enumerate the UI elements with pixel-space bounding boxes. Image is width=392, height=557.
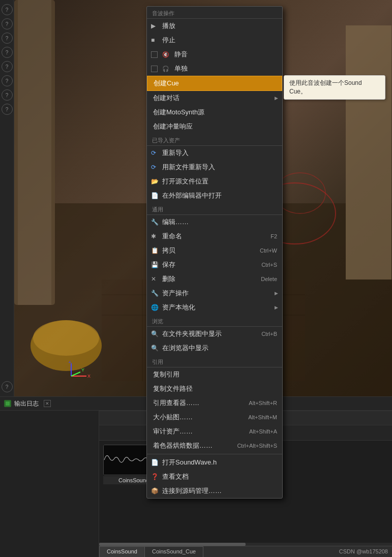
localize-icon: 🌐 xyxy=(151,304,159,311)
svg-text:X: X xyxy=(87,374,91,379)
svg-rect-21 xyxy=(6,401,10,406)
menu-item-source-control-label: 连接到源码管理…… xyxy=(162,486,222,496)
menu-section-general: 通用 xyxy=(147,204,282,215)
sidebar-icon-1[interactable]: ? xyxy=(2,4,13,15)
play-icon: ▶ xyxy=(151,22,156,29)
browser-icon: 🔍 xyxy=(151,345,159,352)
menu-item-create-dialog[interactable]: 创建对话 xyxy=(147,91,282,105)
output-log-label: 输出日志 xyxy=(14,399,39,408)
stop-icon: ■ xyxy=(151,37,155,44)
menu-item-delete-label: 删除 xyxy=(162,274,175,284)
menu-item-save-label: 保存 xyxy=(162,260,175,269)
menu-section-audio-ops: 音波操作 xyxy=(147,8,282,19)
menu-item-ref-viewer[interactable]: 引用查看器…… Alt+Shift+R xyxy=(147,396,282,410)
folder-view-icon: 🔍 xyxy=(151,330,159,337)
file-tab-coinssound-cue[interactable]: CoinsSound_Cue xyxy=(145,546,203,557)
reimport-new-icon: ⟳ xyxy=(151,164,156,171)
output-log-icon xyxy=(4,400,11,407)
output-log-close[interactable]: ✕ xyxy=(44,400,51,407)
context-menu: 音波操作 ▶ 播放 ■ 停止 🔇 静音 🎧 单独 创建Cue 创建对话 创建Mo… xyxy=(146,6,283,499)
menu-item-create-motosynth[interactable]: 创建MotoSynth源 xyxy=(147,105,282,119)
menu-item-open-soundwave[interactable]: 📄 打开SoundWave.h xyxy=(147,455,282,470)
menu-item-open-external-label: 在外部编辑器中打开 xyxy=(162,191,222,200)
menu-item-create-impulse-label: 创建冲量响应 xyxy=(153,122,193,131)
asset-ops-icon: 🔧 xyxy=(151,290,159,297)
menu-item-view-docs[interactable]: ❓ 查看文档 xyxy=(147,470,282,484)
svg-line-19 xyxy=(71,372,80,376)
menu-item-create-motosynth-label: 创建MotoSynth源 xyxy=(153,108,204,117)
left-sidebar: ? ? ? ? ? ? ? ? ? xyxy=(0,0,14,396)
menu-item-open-external[interactable]: 📄 在外部编辑器中打开 xyxy=(147,189,282,203)
menu-item-copy[interactable]: 📋 拷贝 Ctrl+W xyxy=(147,243,282,258)
menu-item-play-label: 播放 xyxy=(162,21,175,30)
menu-item-open-source-location[interactable]: 📂 打开源文件位置 xyxy=(147,174,282,189)
audit-shortcut: Alt+Shift+A xyxy=(249,428,277,435)
mute-checkbox xyxy=(151,51,158,58)
menu-item-reimport-new[interactable]: ⟳ 用新文件重新导入 xyxy=(147,160,282,174)
menu-item-size-map-label: 大小贴图…… xyxy=(153,413,193,422)
tooltip: 使用此音波创建一个Sound Cue。 xyxy=(284,75,385,100)
delete-icon: ✕ xyxy=(151,275,156,283)
menu-item-show-in-folder[interactable]: 🔍 在文件夹视图中显示 Ctrl+B xyxy=(147,327,282,341)
menu-item-solo[interactable]: 🎧 单独 xyxy=(147,61,282,76)
menu-item-create-impulse[interactable]: 创建冲量响应 xyxy=(147,119,282,134)
solo-checkbox xyxy=(151,66,158,72)
folder-icon: 📂 xyxy=(151,178,159,185)
menu-item-reimport-label: 重新导入 xyxy=(162,148,189,158)
solo-icon: 🎧 xyxy=(162,66,169,72)
menu-item-rename[interactable]: ✱ 重命名 F2 xyxy=(147,229,282,243)
menu-item-asset-ops[interactable]: 🔧 资产操作 xyxy=(147,286,282,300)
menu-item-mute-label: 静音 xyxy=(174,50,188,59)
menu-item-edit[interactable]: 🔧 编辑…… xyxy=(147,215,282,229)
sidebar-icon-2[interactable]: ? xyxy=(2,18,13,29)
menu-item-save[interactable]: 💾 保存 Ctrl+S xyxy=(147,258,282,272)
size-map-shortcut: Alt+Shift+M xyxy=(248,414,277,420)
svg-rect-2 xyxy=(18,0,51,305)
menu-item-copy-label: 拷贝 xyxy=(162,246,175,255)
menu-item-play[interactable]: ▶ 播放 xyxy=(147,19,282,33)
menu-item-reimport-new-label: 用新文件重新导入 xyxy=(162,163,215,172)
sidebar-icon-4[interactable]: ? xyxy=(2,47,13,58)
menu-item-stop[interactable]: ■ 停止 xyxy=(147,33,282,47)
menu-item-size-map[interactable]: 大小贴图…… Alt+Shift+M xyxy=(147,410,282,424)
edit-icon: 🔧 xyxy=(151,219,159,226)
delete-shortcut: Delete xyxy=(261,276,277,282)
menu-item-view-docs-label: 查看文档 xyxy=(162,472,189,481)
sidebar-help-icon[interactable]: ? xyxy=(2,381,13,392)
menu-item-asset-localize[interactable]: 🌐 资产本地化 xyxy=(147,300,282,315)
menu-item-reimport[interactable]: ⟳ 重新导入 xyxy=(147,146,282,160)
sidebar-icon-6[interactable]: ? xyxy=(2,75,13,86)
sidebar-icon-3[interactable]: ? xyxy=(2,33,13,44)
sidebar-icon-7[interactable]: ? xyxy=(2,89,13,101)
svg-text:Z: Z xyxy=(69,361,72,364)
docs-icon: ❓ xyxy=(151,473,159,480)
menu-item-delete[interactable]: ✕ 删除 Delete xyxy=(147,272,282,286)
external-icon: 📄 xyxy=(151,192,159,199)
sidebar-icon-5[interactable]: ? xyxy=(2,61,13,72)
menu-item-shader-bake[interactable]: 着色器烘焙数据…… Ctrl+Alt+Shift+S xyxy=(147,439,282,453)
file-tab-coinssound[interactable]: CoinsSound xyxy=(99,546,145,557)
menu-item-audit[interactable]: 审计资产…… Alt+Shift+A xyxy=(147,424,282,439)
menu-item-create-cue[interactable]: 创建Cue xyxy=(147,76,282,91)
watermark-text: CSDN @wb175208 xyxy=(339,548,388,554)
svg-rect-3 xyxy=(346,25,391,280)
svg-point-14 xyxy=(33,320,99,356)
menu-item-copy-ref-label: 复制引用 xyxy=(153,370,179,379)
menu-item-mute[interactable]: 🔇 静音 xyxy=(147,47,282,61)
menu-item-show-folder-label: 在文件夹视图中显示 xyxy=(162,329,222,338)
menu-item-copy-ref[interactable]: 复制引用 xyxy=(147,367,282,382)
menu-item-show-browser-label: 在浏览器中显示 xyxy=(162,344,208,353)
menu-item-edit-label: 编辑…… xyxy=(162,218,189,227)
copy-icon: 📋 xyxy=(151,247,159,254)
reimport-icon: ⟳ xyxy=(151,149,156,157)
content-left-sidebar xyxy=(0,411,99,557)
menu-item-copy-path[interactable]: 复制文件路径 xyxy=(147,382,282,396)
menu-item-show-browser[interactable]: 🔍 在浏览器中显示 xyxy=(147,341,282,355)
shader-bake-shortcut: Ctrl+Alt+Shift+S xyxy=(237,443,277,449)
sidebar-icon-8[interactable]: ? xyxy=(2,104,13,115)
save-shortcut: Ctrl+S xyxy=(261,262,277,268)
axis-indicator: X Z Y xyxy=(66,361,92,381)
menu-section-reference: 引用 xyxy=(147,356,282,367)
menu-item-source-control[interactable]: 📦 连接到源码管理…… xyxy=(147,484,282,498)
menu-item-stop-label: 停止 xyxy=(162,36,175,45)
